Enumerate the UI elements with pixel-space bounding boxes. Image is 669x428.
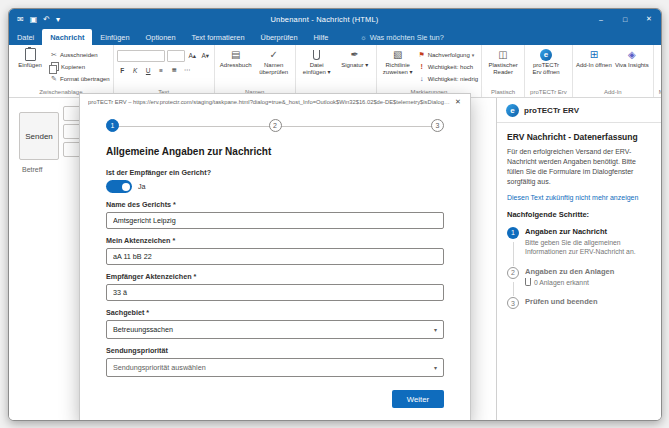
subject-area-select[interactable]: Betreuungssachen ▾ [106,320,444,339]
pane-step-1: 1 Angaben zur Nachricht Bitte geben Sie … [507,227,651,257]
subject-area-block: Sachgebiet * Betreuungssachen ▾ [106,308,444,339]
my-reference-label: Mein Aktenzeichen * [106,236,444,245]
more-text-options-button[interactable]: ⋯ [182,65,193,75]
maximize-icon: □ [623,16,627,23]
format-painter-button[interactable]: ✎ Format übertragen [50,73,110,84]
dialog-titlebar: proTECTr ERV – https://erv.protectr.com/… [80,94,470,109]
shrink-font-button[interactable]: A▾ [200,51,211,61]
maximize-button[interactable]: □ [613,9,637,29]
court-toggle-block: Ist der Empfänger ein Gericht? Ja [106,168,444,193]
minimize-button[interactable]: – [589,9,613,29]
viva-insights-icon: ◈ [628,49,636,60]
dropdown-icon: ▾ [472,52,475,58]
open-addin-button[interactable]: ⊞ Add-In öffnen [576,46,612,69]
ribbon-group-protectr: e proTECTr Erv öffnen proTECTr Erv [525,45,573,97]
pane-step-2: 2 Angaben zu den Anlagen 0 Anlagen erkan… [507,267,651,288]
my-reference-block: Mein Aktenzeichen * [106,236,444,265]
my-reference-input[interactable] [106,248,444,265]
task-pane-app-name: proTECTr ERV [524,106,579,115]
importance-low-button[interactable]: ↓ Wichtigkeit: niedrig [418,73,478,84]
priority-select[interactable]: Sendungspriorität auswählen ▾ [106,358,444,377]
assign-policy-button[interactable]: ▧ Richtlinie zuweisen ▾ [380,46,416,76]
pane-step-2-desc: 0 Anlagen erkannt [525,278,614,288]
dialog-heading: Allgemeine Angaben zur Nachricht [106,146,444,157]
save-icon[interactable]: ▣ [30,15,38,24]
court-name-label: Name des Gerichts * [106,200,444,209]
task-pane-description: Für den erfolgreichen Versand der ERV-Na… [507,147,651,188]
chevron-down-icon: ▾ [434,326,437,333]
check-names-button[interactable]: ✓ Namen überprüfen [256,46,292,76]
screen: ✉ ▣ ↶ ▾ Unbenannt - Nachricht (HTML) – □… [0,0,669,428]
dialog-close-button[interactable]: ✕ [450,94,466,109]
font-name-combo[interactable] [117,50,165,62]
attach-file-button[interactable]: Datei einfügen ▾ [299,46,335,76]
task-pane-header: e proTECTr ERV [497,98,661,123]
font-size-combo[interactable] [167,50,185,62]
scissors-icon: ✂ [50,51,58,59]
tab-einfuegen[interactable]: Einfügen [92,29,137,45]
court-toggle-value: Ja [138,182,146,191]
next-button[interactable]: Weiter [392,390,444,408]
viva-insights-button[interactable]: ◈ Viva Insights [614,46,650,69]
pane-step-2-title: Angaben zu den Anlagen [525,267,614,276]
lightbulb-icon: ☼ [360,34,366,41]
numbered-list-button[interactable]: ≣ [169,65,180,75]
protectr-pane-logo-icon: e [506,104,519,117]
dialog-content: 1 2 3 Allgemeine Angaben zur Nachricht I… [80,109,470,386]
bold-button[interactable]: F [117,65,128,75]
bullet-list-button[interactable]: ≡ [156,65,167,75]
recipient-reference-label: Empfänger Aktenzeichen * [106,272,444,281]
ribbon-group-include: Datei einfügen ▾ ✒ Signatur ▾ [296,45,377,97]
immersive-reader-button[interactable]: ◫ Plastischer Reader [485,46,521,76]
importance-high-button[interactable]: ! Wichtigkeit: hoch [418,61,478,72]
group-label-protectr: proTECTr Erv [528,89,569,96]
dropdown-icon: ▾ [328,69,331,75]
signature-button[interactable]: ✒ Signatur ▾ [337,46,373,69]
grow-font-button[interactable]: A▴ [187,51,198,61]
window-title: Unbenannt - Nachricht (HTML) [60,15,589,24]
tab-ueberpruefen[interactable]: Überprüfen [253,29,306,45]
close-icon: ✕ [455,98,461,106]
show-templates-button[interactable]: ◇ Vorlagen anzeigen [657,46,662,76]
task-pane-title: ERV Nachricht - Datenerfassung [507,132,651,142]
signature-icon: ✒ [351,49,359,60]
follow-up-button[interactable]: ⚑ Nachverfolgung ▾ [418,49,478,60]
chevron-down-icon: ▾ [434,364,437,371]
tell-me-search[interactable]: ☼ Was möchten Sie tun? [360,29,444,45]
tab-hilfe[interactable]: Hilfe [306,29,337,45]
court-name-input[interactable] [106,212,444,229]
policy-icon: ▧ [393,49,402,60]
address-book-button[interactable]: ▤ Adressbuch [218,46,254,69]
minimize-icon: – [599,16,603,23]
copy-button[interactable]: Kopieren [50,61,110,72]
stepper-step-1: 1 [106,119,119,132]
undo-icon[interactable]: ↶ [43,15,50,24]
ribbon-group-clipboard: Einfügen ✂ Ausschneiden Kopieren ✎ [9,45,114,97]
tab-datei[interactable]: Datei [9,29,42,45]
clipboard-icon [25,48,36,61]
protectr-open-button[interactable]: e proTECTr Erv öffnen [528,46,564,76]
outlook-message-window: ✉ ▣ ↶ ▾ Unbenannt - Nachricht (HTML) – □… [8,8,662,421]
pane-step-1-badge: 1 [507,227,519,239]
window-controls: – □ ✕ [589,9,661,29]
tab-nachricht[interactable]: Nachricht [42,29,92,45]
italic-button[interactable]: K [130,65,141,75]
cut-button[interactable]: ✂ Ausschneiden [50,49,110,60]
send-button[interactable]: Senden [19,112,59,160]
ribbon-group-addin: ⊞ Add-In öffnen ◈ Viva Insights Add-In [573,45,654,97]
tab-text-formatieren[interactable]: Text formatieren [184,29,253,45]
court-toggle[interactable] [106,180,132,193]
recipient-reference-input[interactable] [106,284,444,301]
ribbon: Einfügen ✂ Ausschneiden Kopieren ✎ [9,45,661,98]
close-button[interactable]: ✕ [637,9,661,29]
underline-button[interactable]: U [143,65,154,75]
progress-stepper: 1 2 3 [106,119,444,132]
dropdown-icon: ▾ [410,69,413,75]
paste-button[interactable]: Einfügen [12,46,48,69]
pane-step-1-title: Angaben zur Nachricht [525,227,651,236]
app-icon: ✉ [17,15,24,24]
steps-heading: Nachfolgende Schritte: [507,210,651,219]
addin-icon: ⊞ [590,49,598,60]
tab-optionen[interactable]: Optionen [138,29,184,45]
dismiss-text-link[interactable]: Diesen Text zukünftig nicht mehr anzeige… [507,194,651,201]
